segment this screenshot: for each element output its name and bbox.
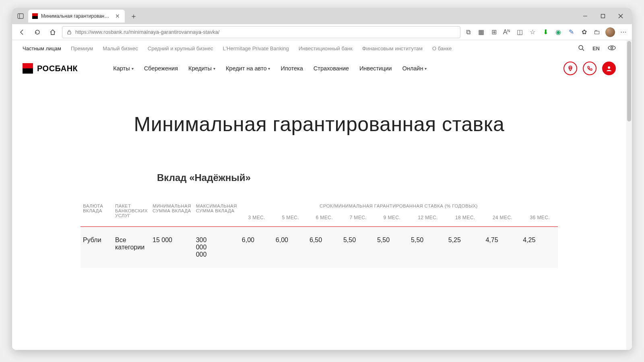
- topnav-item[interactable]: Частным лицам: [23, 45, 61, 51]
- page-scrollbar[interactable]: [626, 40, 632, 350]
- page-title: Минимальная гарантированная ставка: [12, 113, 626, 136]
- menu-item[interactable]: Сбережения: [144, 65, 178, 72]
- ext1-icon[interactable]: ⬇: [541, 28, 550, 37]
- svg-point-9: [608, 46, 615, 50]
- topnav-item[interactable]: Средний и крупный бизнес: [148, 45, 213, 51]
- topnav-item[interactable]: Инвестиционный банк: [299, 45, 353, 51]
- svg-line-8: [582, 49, 584, 51]
- main-menu: Карты▾СбереженияКредиты▾Кредит на авто▾И…: [113, 65, 427, 72]
- cell-rate: 6,00: [239, 226, 273, 268]
- tab-strip: Минимальная гарантированная ✕ ＋: [12, 8, 632, 24]
- header-action-icons: [564, 62, 616, 75]
- tab-title: Минимальная гарантированная: [41, 13, 111, 19]
- svg-rect-0: [18, 14, 23, 19]
- site-logo[interactable]: РОСБАНК: [23, 63, 78, 74]
- menu-item[interactable]: Ипотека: [281, 65, 303, 72]
- cell-rate: 5,50: [375, 226, 409, 268]
- th-currency: ВАЛЮТА ВКЛАДА: [80, 204, 113, 226]
- tabs-sidebar-button[interactable]: [14, 10, 27, 22]
- svg-point-11: [570, 67, 571, 69]
- logo-text: РОСБАНК: [37, 64, 78, 73]
- search-icon[interactable]: [578, 45, 584, 52]
- cell-rate: 6,00: [273, 226, 307, 268]
- topnav-item[interactable]: L'Hermitage Private Banking: [223, 45, 289, 51]
- svg-rect-3: [601, 14, 605, 18]
- page-viewport: Частным лицам Премиум Малый бизнес Средн…: [12, 40, 632, 350]
- menu-item[interactable]: Инвестиции: [359, 65, 392, 72]
- browser-toolbar: https://www.rosbank.ru/minimalnaya-garan…: [12, 24, 632, 40]
- toolbar-extensions: ⧉ ▦ ⊞ Aᴺ ◫ ☆ ⬇ ◉ ✎ ✿ 🗀 ⋯: [464, 27, 628, 37]
- login-icon[interactable]: [602, 62, 616, 75]
- chevron-down-icon: ▾: [213, 66, 215, 71]
- window-controls: [576, 8, 630, 24]
- th-min: МИНИМАЛЬНАЯ СУММА ВКЛАДА: [150, 204, 194, 226]
- menu-item[interactable]: Кредит на авто▾: [226, 65, 270, 72]
- th-month: 3 МЕС.: [239, 212, 273, 226]
- rates-table: ВАЛЮТА ВКЛАДА ПАКЕТ БАНКОВСКИХ УСЛУГ МИН…: [80, 204, 558, 268]
- menu-item[interactable]: Кредиты▾: [188, 65, 215, 72]
- site-mainnav: РОСБАНК Карты▾СбереженияКредиты▾Кредит н…: [12, 56, 626, 80]
- eye-icon[interactable]: [608, 45, 616, 52]
- table-row: Рубли Все категории 15 000 300000000 6,0…: [80, 226, 558, 268]
- th-month: 7 МЕС.: [341, 212, 375, 226]
- browser-window: Минимальная гарантированная ✕ ＋ https://…: [12, 8, 632, 350]
- th-month: 12 МЕС.: [409, 212, 446, 226]
- rates-table-container: ВАЛЮТА ВКЛАДА ПАКЕТ БАНКОВСКИХ УСЛУГ МИН…: [80, 204, 558, 268]
- menu-item[interactable]: Страхование: [314, 65, 349, 72]
- more-menu-button[interactable]: ⋯: [619, 28, 628, 37]
- topnav-item[interactable]: Премиум: [71, 45, 93, 51]
- menu-item[interactable]: Онлайн▾: [402, 65, 427, 72]
- topnav-item[interactable]: Малый бизнес: [103, 45, 138, 51]
- cell-rate: 5,50: [409, 226, 446, 268]
- topnav-item[interactable]: Финансовым институтам: [362, 45, 423, 51]
- menu-item[interactable]: Карты▾: [113, 65, 133, 72]
- new-tab-button[interactable]: ＋: [128, 10, 139, 22]
- svg-point-12: [608, 66, 610, 69]
- lock-icon: [66, 29, 72, 35]
- favorite-icon[interactable]: ☆: [528, 28, 537, 37]
- cell-rate: 5,50: [341, 226, 375, 268]
- ext3-icon[interactable]: ✎: [567, 28, 576, 37]
- apps-icon[interactable]: ⊞: [489, 28, 498, 37]
- th-month: 5 МЕС.: [273, 212, 307, 226]
- collections-icon[interactable]: 🗀: [592, 28, 601, 37]
- svg-point-7: [579, 45, 583, 49]
- maximize-button[interactable]: [594, 8, 612, 24]
- chevron-down-icon: ▾: [425, 66, 427, 71]
- logo-mark-icon: [23, 63, 33, 74]
- read-aloud-icon[interactable]: Aᴺ: [502, 28, 511, 37]
- browser-tab[interactable]: Минимальная гарантированная ✕: [28, 10, 125, 23]
- cell-min: 15 000: [150, 226, 194, 268]
- chevron-down-icon: ▾: [132, 66, 134, 71]
- th-month: 9 МЕС.: [375, 212, 409, 226]
- reader-icon[interactable]: ◫: [515, 28, 524, 37]
- section-title: Вклад «Надёжный»: [157, 172, 626, 183]
- th-month: 6 МЕС.: [307, 212, 341, 226]
- svg-rect-6: [68, 32, 71, 34]
- address-bar[interactable]: https://www.rosbank.ru/minimalnaya-garan…: [62, 26, 460, 38]
- topnav-item[interactable]: О банке: [432, 45, 452, 51]
- home-button[interactable]: [47, 26, 59, 38]
- minimize-button[interactable]: [576, 8, 594, 24]
- th-month: 36 МЕС.: [520, 212, 558, 226]
- qr-icon[interactable]: ▦: [477, 28, 485, 37]
- cell-rate: 6,50: [307, 226, 341, 268]
- refresh-button[interactable]: [31, 26, 43, 38]
- phone-icon[interactable]: [583, 62, 597, 75]
- cell-rate: 4,25: [520, 226, 558, 268]
- profile-avatar[interactable]: [605, 27, 615, 37]
- ext2-icon[interactable]: ◉: [554, 28, 563, 37]
- site-topnav: Частным лицам Премиум Малый бизнес Средн…: [12, 40, 626, 56]
- device-icon[interactable]: ⧉: [464, 28, 473, 37]
- close-tab-button[interactable]: ✕: [114, 13, 121, 19]
- ext4-icon[interactable]: ✿: [580, 28, 588, 37]
- th-package: ПАКЕТ БАНКОВСКИХ УСЛУГ: [113, 204, 150, 226]
- lang-toggle[interactable]: EN: [592, 45, 600, 51]
- close-window-button[interactable]: [612, 8, 630, 24]
- back-button[interactable]: [16, 26, 28, 38]
- location-icon[interactable]: [564, 62, 577, 75]
- cell-rate: 5,25: [446, 226, 483, 268]
- cell-currency: Рубли: [80, 226, 113, 268]
- favicon-icon: [32, 13, 38, 19]
- url-text: https://www.rosbank.ru/minimalnaya-garan…: [75, 29, 219, 35]
